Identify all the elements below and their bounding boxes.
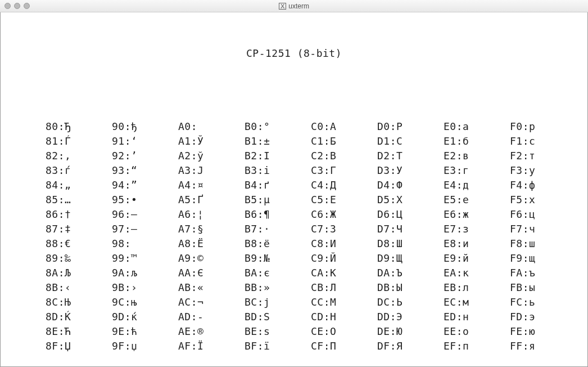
code-entry: F3:у — [510, 163, 576, 178]
code-entry: EC:м — [444, 295, 510, 310]
code-entry: DD:Э — [377, 310, 444, 324]
code-entry: C0:А — [311, 119, 377, 134]
code-entry: BE:ѕ — [245, 324, 311, 339]
code-entry: E2:в — [444, 149, 510, 163]
code-entry: C3:Г — [311, 163, 377, 178]
code-entry: 82:‚ — [46, 149, 112, 163]
code-entry: 93:“ — [112, 163, 178, 178]
code-entry: CF:П — [311, 339, 377, 353]
code-entry: C2:В — [311, 149, 377, 163]
code-entry: A4:¤ — [178, 178, 245, 193]
code-entry: F5:х — [510, 193, 576, 207]
code-entry: F6:ц — [510, 207, 576, 222]
code-entry: EA:к — [444, 266, 510, 280]
code-entry: E6:ж — [444, 207, 510, 222]
window-buttons — [4, 3, 30, 9]
x11-icon: X — [279, 3, 286, 10]
code-entry: 92:’ — [112, 149, 178, 163]
code-entry: DB:Ы — [377, 280, 444, 295]
code-column-C0: C0:АC1:БC2:ВC3:ГC4:ДC5:ЕC6:ЖC7:ЗC8:ИC9:Й… — [311, 119, 377, 353]
code-entry: AE:® — [178, 324, 245, 339]
code-entry: A7:§ — [178, 222, 245, 236]
close-button[interactable] — [4, 3, 11, 9]
code-entry: 95:• — [112, 193, 178, 207]
code-column-A0: A0: A1:ЎA2:ўA3:ЈA4:¤A5:ҐA6:¦A7:§A8:ЁA9:©… — [178, 119, 245, 353]
code-entry: 8A:Љ — [46, 266, 112, 280]
code-entry: AF:Ї — [178, 339, 245, 353]
code-entry: AC:¬ — [178, 295, 245, 310]
code-entry: E4:д — [444, 178, 510, 193]
code-entry: A3:Ј — [178, 163, 245, 178]
code-entry: 87:‡ — [46, 222, 112, 236]
code-entry: 85:… — [46, 193, 112, 207]
code-entry: AA:Є — [178, 266, 245, 280]
code-entry: AB:« — [178, 280, 245, 295]
code-entry: DA:Ъ — [377, 266, 444, 280]
code-entry: CD:Н — [311, 310, 377, 324]
code-entry: D0:Р — [377, 119, 444, 134]
code-entry: D9:Щ — [377, 251, 444, 266]
code-entry: 8F:Џ — [46, 339, 112, 353]
code-entry: C8:И — [311, 236, 377, 251]
code-entry: B0:° — [245, 119, 311, 134]
minimize-button[interactable] — [14, 3, 20, 9]
code-entry: 9A:љ — [112, 266, 178, 280]
code-entry: E0:а — [444, 119, 510, 134]
code-entry: A2:ў — [178, 149, 245, 163]
code-entry: D1:С — [377, 134, 444, 149]
code-entry: A5:Ґ — [178, 193, 245, 207]
code-entry: EB:л — [444, 280, 510, 295]
code-entry: FA:ъ — [510, 266, 576, 280]
code-entry: 84:„ — [46, 178, 112, 193]
code-entry: 83:ѓ — [46, 163, 112, 178]
window-title-text: uxterm — [288, 2, 309, 10]
code-entry: C6:Ж — [311, 207, 377, 222]
code-entry: BC:ј — [245, 295, 311, 310]
code-entry: B9:№ — [245, 251, 311, 266]
terminal-content[interactable]: CP-1251 (8-bit) 80:Ђ81:Ѓ82:‚83:ѓ84:„85:…… — [0, 12, 588, 367]
code-entry: EE:о — [444, 324, 510, 339]
code-table: 80:Ђ81:Ѓ82:‚83:ѓ84:„85:…86:†87:‡88:€89:‰… — [6, 119, 582, 353]
code-entry: CB:Л — [311, 280, 377, 295]
code-column-90: 90:ђ91:‘92:’93:“94:”95:•96:–97:—98: 99:™… — [112, 119, 178, 353]
code-entry: E8:и — [444, 236, 510, 251]
code-entry: B3:і — [245, 163, 311, 178]
code-entry: 9D:ќ — [112, 310, 178, 324]
code-entry: F0:р — [510, 119, 576, 134]
encoding-title: CP-1251 (8-bit) — [6, 46, 582, 61]
window-titlebar: X uxterm — [0, 0, 588, 12]
code-entry: F8:ш — [510, 236, 576, 251]
code-entry: CC:М — [311, 295, 377, 310]
code-entry: 8B:‹ — [46, 280, 112, 295]
code-entry: F1:с — [510, 134, 576, 149]
code-column-F0: F0:рF1:сF2:тF3:уF4:фF5:хF6:цF7:чF8:шF9:щ… — [510, 119, 576, 353]
code-entry: CA:К — [311, 266, 377, 280]
code-entry: C4:Д — [311, 178, 377, 193]
code-entry: 81:Ѓ — [46, 134, 112, 149]
code-column-B0: B0:°B1:±B2:ІB3:іB4:ґB5:µB6:¶B7:·B8:ёB9:№… — [245, 119, 311, 353]
code-entry: EF:п — [444, 339, 510, 353]
code-entry: 9B:› — [112, 280, 178, 295]
code-entry: A9:© — [178, 251, 245, 266]
code-entry: D5:Х — [377, 193, 444, 207]
code-entry: BB:» — [245, 280, 311, 295]
code-entry: C5:Е — [311, 193, 377, 207]
code-entry: E3:г — [444, 163, 510, 178]
code-entry: DF:Я — [377, 339, 444, 353]
code-entry: C9:Й — [311, 251, 377, 266]
code-entry: 8E:Ћ — [46, 324, 112, 339]
code-entry: B5:µ — [245, 193, 311, 207]
maximize-button[interactable] — [24, 3, 30, 9]
code-entry: FB:ы — [510, 280, 576, 295]
code-entry: 9C:њ — [112, 295, 178, 310]
code-entry: E9:й — [444, 251, 510, 266]
code-entry: BA:є — [245, 266, 311, 280]
code-entry: 96:– — [112, 207, 178, 222]
code-entry: B1:± — [245, 134, 311, 149]
code-entry: FE:ю — [510, 324, 576, 339]
code-entry: DE:Ю — [377, 324, 444, 339]
code-entry: 98: — [112, 236, 178, 251]
code-entry: E5:е — [444, 193, 510, 207]
code-entry: B6:¶ — [245, 207, 311, 222]
code-column-80: 80:Ђ81:Ѓ82:‚83:ѓ84:„85:…86:†87:‡88:€89:‰… — [46, 119, 112, 353]
